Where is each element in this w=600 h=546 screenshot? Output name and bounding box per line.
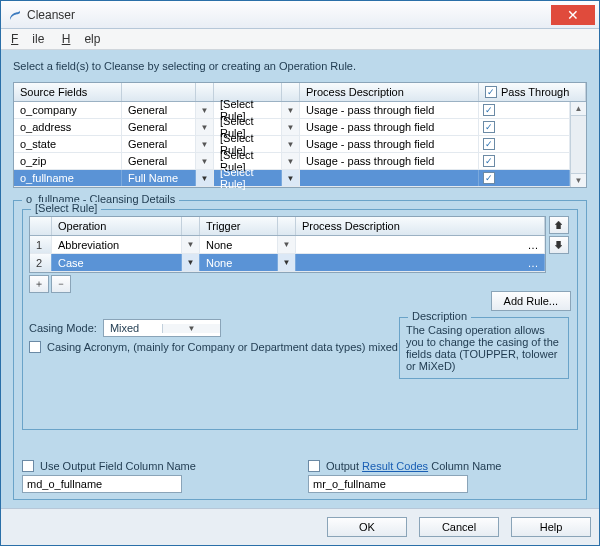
op-name[interactable]: Abbreviation (52, 236, 182, 253)
source-grid-body: o_companyGeneral▼[Select Rule]▼Usage - p… (14, 102, 570, 187)
pass-through-cell (479, 153, 570, 169)
field-type[interactable]: Full Name (122, 170, 196, 186)
close-button[interactable]: ✕ (551, 5, 595, 25)
menu-file[interactable]: File (11, 32, 44, 46)
source-fields-grid: Source Fields Process Description Pass T… (13, 82, 587, 188)
source-row[interactable]: o_stateGeneral▼[Select Rule]▼Usage - pas… (14, 136, 570, 153)
op-name[interactable]: Case (52, 254, 182, 271)
field-type[interactable]: General (122, 136, 196, 152)
field-type[interactable]: General (122, 153, 196, 169)
chevron-down-icon[interactable]: ▼ (196, 153, 214, 169)
chevron-down-icon[interactable]: ▼ (282, 170, 300, 186)
field-process: Usage - pass through field (300, 102, 479, 118)
dialog-footer: OK Cancel Help (1, 508, 599, 545)
chevron-down-icon[interactable]: ▼ (196, 102, 214, 118)
window-title: Cleanser (27, 8, 551, 22)
add-rule-button[interactable]: Add Rule... (491, 291, 571, 311)
cancel-button[interactable]: Cancel (419, 517, 499, 537)
chevron-down-icon[interactable]: ▼ (282, 102, 300, 118)
help-button[interactable]: Help (511, 517, 591, 537)
chevron-down-icon[interactable]: ▼ (278, 254, 296, 271)
output-row: Use Output Field Column Name Output Resu… (22, 452, 578, 493)
scroll-down-icon[interactable]: ▼ (571, 173, 586, 187)
scroll-up-icon[interactable]: ▲ (571, 102, 586, 116)
op-trigger[interactable]: None (200, 236, 278, 253)
field-name: o_state (14, 136, 122, 152)
chevron-down-icon[interactable]: ▼ (196, 170, 214, 186)
casing-mode-label: Casing Mode: (29, 322, 97, 334)
ok-button[interactable]: OK (327, 517, 407, 537)
casing-mode-value: Mixed (104, 322, 162, 334)
client-area: Select a field(s) to Cleanse by selectin… (1, 50, 599, 508)
pass-through-cell (479, 136, 570, 152)
result-codes-link[interactable]: Result Codes (362, 460, 428, 472)
ellipsis-button[interactable]: … (524, 257, 542, 269)
source-row[interactable]: o_fullnameFull Name▼[Select Rule]▼ (14, 170, 570, 187)
casing-acronym-label: Casing Acronym, (mainly for Company or D… (47, 341, 433, 353)
source-row[interactable]: o_companyGeneral▼[Select Rule]▼Usage - p… (14, 102, 570, 119)
chevron-down-icon[interactable]: ▼ (278, 236, 296, 253)
output-codes-input[interactable] (308, 475, 468, 493)
pass-through-checkbox[interactable] (483, 172, 495, 184)
op-col-trigger[interactable]: Trigger (200, 217, 278, 235)
chevron-down-icon[interactable]: ▼ (196, 119, 214, 135)
op-trigger[interactable]: None (200, 254, 278, 271)
chevron-down-icon[interactable]: ▼ (282, 119, 300, 135)
field-rule[interactable]: [Select Rule] (214, 170, 282, 186)
use-output-field-input[interactable] (22, 475, 182, 493)
op-col-operation[interactable]: Operation (52, 217, 182, 235)
output-codes-checkbox[interactable] (308, 460, 320, 472)
source-grid-header: Source Fields Process Description Pass T… (14, 83, 586, 102)
operation-reorder: 🡅 🡇 (549, 216, 571, 273)
operations-header: Operation Trigger Process Description (30, 217, 545, 236)
pass-through-header-checkbox[interactable] (485, 86, 497, 98)
pass-through-checkbox[interactable] (483, 138, 495, 150)
source-row[interactable]: o_zipGeneral▼[Select Rule]▼Usage - pass … (14, 153, 570, 170)
source-grid-scrollbar[interactable]: ▲ ▼ (570, 102, 586, 187)
pass-through-label: Pass Through (501, 86, 569, 98)
col-source-fields[interactable]: Source Fields (14, 83, 122, 101)
move-up-button[interactable]: 🡅 (549, 216, 569, 234)
operations-grid: Operation Trigger Process Description 1A… (29, 216, 546, 273)
casing-acronym-checkbox[interactable] (29, 341, 41, 353)
field-name: o_company (14, 102, 122, 118)
rule-subgroup: [Select Rule] Operation Trigger Process … (22, 209, 578, 430)
field-name: o_fullname (14, 170, 122, 186)
pass-through-checkbox[interactable] (483, 121, 495, 133)
col-process-desc[interactable]: Process Description (300, 83, 479, 101)
chevron-down-icon[interactable]: ▼ (282, 153, 300, 169)
chevron-down-icon[interactable]: ▼ (182, 254, 200, 271)
operation-row[interactable]: 1Abbreviation▼None▼… (30, 236, 545, 254)
col-pass-through[interactable]: Pass Through (479, 83, 586, 101)
use-output-field-checkbox[interactable] (22, 460, 34, 472)
operation-row[interactable]: 2Case▼None▼… (30, 254, 545, 272)
col-type[interactable] (122, 83, 196, 101)
cleansing-details-group: o_fullname - Cleansing Details [Select R… (13, 200, 587, 500)
op-row-num: 1 (30, 236, 52, 253)
op-col-num (30, 217, 52, 235)
chevron-down-icon[interactable]: ▼ (162, 324, 220, 333)
output-codes-label: Output Result Codes Column Name (326, 460, 501, 472)
chevron-down-icon[interactable]: ▼ (182, 236, 200, 253)
chevron-down-icon[interactable]: ▼ (282, 136, 300, 152)
casing-mode-combo[interactable]: Mixed ▼ (103, 319, 221, 337)
field-type[interactable]: General (122, 119, 196, 135)
source-row[interactable]: o_addressGeneral▼[Select Rule]▼Usage - p… (14, 119, 570, 136)
use-output-field-label: Use Output Field Column Name (40, 460, 196, 472)
ellipsis-button[interactable]: … (524, 239, 542, 251)
pass-through-checkbox[interactable] (483, 155, 495, 167)
field-name: o_zip (14, 153, 122, 169)
pass-through-cell (479, 119, 570, 135)
pass-through-checkbox[interactable] (483, 104, 495, 116)
op-col-process[interactable]: Process Description (296, 217, 545, 235)
move-down-button[interactable]: 🡇 (549, 236, 569, 254)
use-output-field-row: Use Output Field Column Name (22, 460, 292, 472)
chevron-down-icon[interactable]: ▼ (196, 136, 214, 152)
field-type[interactable]: General (122, 102, 196, 118)
output-codes-row: Output Result Codes Column Name (308, 460, 578, 472)
description-title: Description (408, 310, 471, 322)
field-process: Usage - pass through field (300, 136, 479, 152)
rule-subgroup-title: [Select Rule] (31, 202, 101, 214)
menu-help[interactable]: Help (62, 32, 101, 46)
field-process (300, 170, 479, 186)
